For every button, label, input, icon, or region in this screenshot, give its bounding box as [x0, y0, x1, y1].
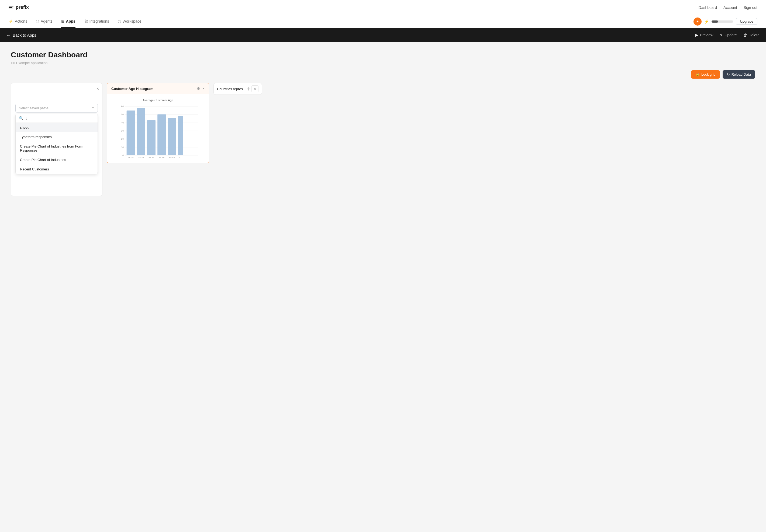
nav-item-apps[interactable]: ⊞ Apps: [61, 15, 75, 28]
chart-label: Average Customer Age: [111, 99, 205, 102]
paths-dropdown-menu: 🔍 sheet Typeform responses Create Pie Ch…: [15, 114, 98, 174]
select-paths-dropdown[interactable]: Select saved paths... ⌃: [15, 104, 98, 113]
actions-icon: ⚡: [9, 19, 13, 23]
progress-bar-fill: [712, 20, 718, 23]
list-item[interactable]: Recent Customers: [16, 165, 97, 174]
histogram-settings-button[interactable]: ⚙: [197, 86, 200, 91]
svg-text:48-58: 48-58: [159, 157, 164, 158]
lock-icon: 🔒: [695, 72, 700, 76]
back-to-apps-button[interactable]: ← Back to Apps: [6, 33, 36, 37]
nav-item-integrations-label: Integrations: [89, 19, 109, 23]
countries-widget-label: Countries repres...: [217, 87, 246, 91]
page-subtitle-text: Example application: [16, 61, 47, 65]
search-input[interactable]: [26, 116, 94, 120]
secondary-nav: ⚡ Actions ⬡ Agents ⊞ Apps ⛓ Integrations…: [0, 15, 766, 28]
svg-text:30: 30: [121, 130, 124, 132]
workspace-icon: ◎: [118, 19, 121, 23]
reload-data-button[interactable]: ↻ Reload Data: [723, 70, 755, 79]
nav-item-agents[interactable]: ⬡ Agents: [36, 15, 53, 28]
lock-grid-button[interactable]: 🔒 Lock grid: [691, 70, 720, 79]
nav-item-workspace[interactable]: ◎ Workspace: [118, 15, 141, 28]
reload-icon: ↻: [727, 72, 730, 76]
nav-item-agents-label: Agents: [41, 19, 53, 23]
list-item[interactable]: Create Pie Chart of Industries from Form…: [16, 142, 97, 155]
signout-link[interactable]: Sign out: [744, 5, 757, 10]
upgrade-button[interactable]: Upgrade: [736, 18, 757, 25]
svg-rect-18: [168, 118, 176, 155]
list-item[interactable]: Create Pie Chart of Industries: [16, 155, 97, 165]
svg-text:6…: 6…: [179, 157, 182, 158]
countries-widget-close-button[interactable]: ×: [252, 85, 259, 92]
svg-text:10: 10: [121, 146, 124, 149]
search-icon: 🔍: [19, 116, 23, 120]
lock-grid-label: Lock grid: [701, 72, 716, 76]
delete-label: Delete: [749, 33, 760, 37]
progress-bar: [712, 20, 733, 23]
countries-widget: Countries repres... ✛ ×: [214, 83, 262, 95]
main-content: Customer Dashboard Example application 🔒…: [0, 42, 766, 532]
dashboard-grid: × Select saved paths... ⌃ 🔍 sheet Typefo…: [11, 83, 755, 196]
dropdown-search-box: 🔍: [16, 114, 97, 123]
svg-text:18-28: 18-28: [128, 157, 134, 158]
play-icon: ▶: [695, 33, 698, 37]
svg-text:58-68: 58-68: [169, 157, 175, 158]
top-nav-links: Dashboard Account Sign out: [699, 5, 757, 10]
widget-panel: × Select saved paths... ⌃ 🔍 sheet Typefo…: [11, 83, 102, 196]
logo-icon: [9, 6, 13, 9]
back-arrow-icon: ←: [6, 33, 11, 37]
svg-rect-14: [127, 111, 135, 155]
widget-drag-handle[interactable]: ✛: [247, 86, 251, 92]
list-item[interactable]: Typeform responses: [16, 132, 97, 142]
widget-panel-close-button[interactable]: ×: [96, 86, 99, 91]
svg-text:40: 40: [121, 122, 124, 124]
dashboard-toolbar: 🔒 Lock grid ↻ Reload Data: [11, 70, 755, 79]
bolt-icon: ⚡: [704, 19, 709, 24]
account-link[interactable]: Account: [723, 5, 737, 10]
svg-text:50: 50: [121, 113, 124, 116]
integrations-icon: ⛓: [84, 19, 88, 23]
top-nav: prefix Dashboard Account Sign out: [0, 0, 766, 15]
trash-icon: 🗑: [743, 33, 747, 37]
brand-name: prefix: [16, 5, 29, 10]
nav-item-actions-label: Actions: [15, 19, 27, 23]
svg-rect-16: [147, 120, 155, 155]
reload-data-label: Reload Data: [732, 72, 751, 76]
histogram-header-actions: ⚙ ×: [197, 86, 205, 91]
svg-rect-19: [178, 116, 183, 155]
svg-rect-17: [157, 114, 166, 155]
update-label: Update: [725, 33, 737, 37]
svg-text:38-48: 38-48: [148, 157, 154, 158]
agents-icon: ⬡: [36, 19, 39, 23]
histogram-header: Customer Age Histogram ⚙ ×: [107, 83, 209, 94]
svg-text:20: 20: [121, 138, 124, 140]
nav-item-integrations[interactable]: ⛓ Integrations: [84, 15, 109, 28]
nav-item-actions[interactable]: ⚡ Actions: [9, 15, 27, 28]
nav-right-controls: ✦ ⚡ Upgrade: [694, 17, 757, 26]
subtitle-icon: [11, 62, 15, 64]
delete-button[interactable]: 🗑 Delete: [743, 33, 760, 37]
preview-label: Preview: [700, 33, 713, 37]
chart-area: Average Customer Age 60 50 40 30 20: [107, 94, 209, 163]
svg-text:0: 0: [122, 154, 124, 157]
histogram-close-button[interactable]: ×: [203, 86, 205, 91]
credit-icon: ✦: [694, 17, 702, 26]
nav-item-workspace-label: Workspace: [123, 19, 141, 23]
update-button[interactable]: ✎ Update: [720, 33, 737, 37]
histogram-widget: Customer Age Histogram ⚙ × Average Custo…: [107, 83, 209, 163]
select-paths-placeholder: Select saved paths...: [19, 106, 51, 110]
svg-text:60: 60: [121, 105, 124, 108]
action-bar: ← Back to Apps ▶ Preview ✎ Update 🗑 Dele…: [0, 28, 766, 42]
apps-icon: ⊞: [61, 19, 64, 23]
list-item[interactable]: sheet: [16, 123, 97, 132]
chevron-down-icon: ⌃: [92, 106, 94, 110]
logo: prefix: [9, 5, 29, 10]
preview-button[interactable]: ▶ Preview: [695, 33, 713, 37]
edit-icon: ✎: [720, 33, 723, 37]
svg-text:28-38: 28-38: [138, 157, 144, 158]
nav-item-apps-label: Apps: [66, 19, 75, 23]
action-bar-right-buttons: ▶ Preview ✎ Update 🗑 Delete: [695, 33, 760, 37]
bar-chart-svg: 60 50 40 30 20 10 0: [111, 104, 205, 158]
back-to-apps-label: Back to Apps: [13, 33, 36, 37]
page-subtitle: Example application: [11, 61, 755, 65]
dashboard-link[interactable]: Dashboard: [699, 5, 717, 10]
